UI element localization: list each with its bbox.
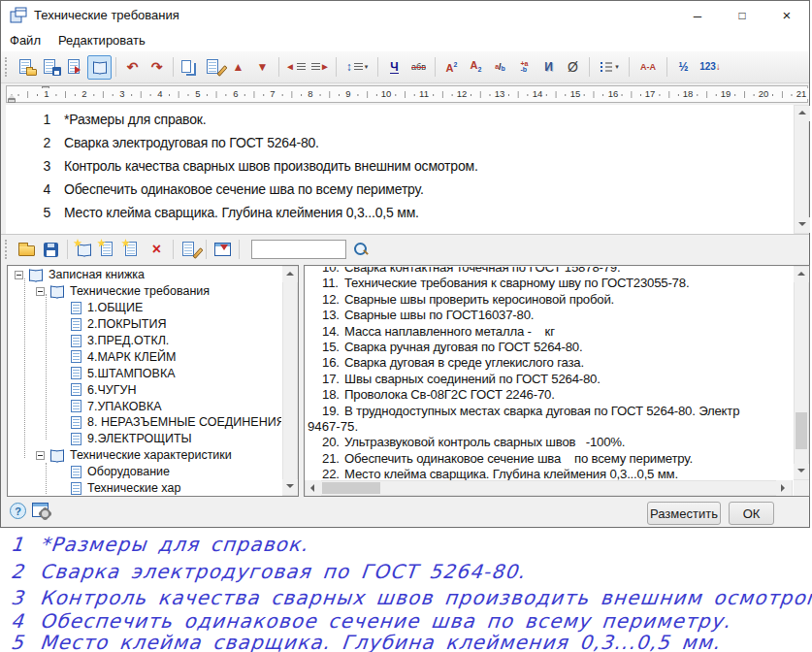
place-to-document-button[interactable] xyxy=(211,238,235,262)
insert-from-file-button[interactable] xyxy=(15,55,39,80)
scroll-right-button[interactable] xyxy=(776,480,792,496)
delete-button[interactable]: × xyxy=(145,238,169,262)
numbering-button[interactable]: 123↓ xyxy=(696,55,725,80)
tree-item-page[interactable]: Оборудование xyxy=(9,464,281,480)
move-down-button[interactable]: ▼ xyxy=(250,55,275,80)
title-bar[interactable]: Технические требования – □ × xyxy=(1,1,809,29)
editor-scrollbar[interactable] xyxy=(794,105,809,234)
tree-item-page[interactable]: 5.ШТАМПОВКА xyxy=(9,365,281,381)
line-spacing-button[interactable]: ↕▾ xyxy=(341,55,374,80)
tree-item-page[interactable]: 1.ОБЩИЕ xyxy=(9,300,281,316)
tree-item-page[interactable]: 6.ЧУГУН xyxy=(9,381,281,398)
insert-text-button[interactable] xyxy=(63,55,87,80)
edit-text-button[interactable] xyxy=(202,55,226,80)
notebook-list[interactable]: 10.Сварка контактная точечная по ГОСТ 15… xyxy=(306,267,793,480)
scroll-up-button[interactable] xyxy=(794,267,809,282)
settings-button[interactable] xyxy=(32,503,49,517)
copy-button[interactable] xyxy=(178,55,202,80)
increase-indent-button[interactable]: ► xyxy=(308,55,332,80)
insert-fragment-button[interactable]: ½ xyxy=(671,55,696,80)
text-editor[interactable]: 1*Размеры для справок. 2Сварка электроду… xyxy=(6,105,794,234)
list-item[interactable]: 20.Ультразвуковой контроль сварных швов … xyxy=(306,435,793,450)
left-indent-box[interactable] xyxy=(8,99,16,103)
list-item[interactable]: 21.Обеспечить одинаковое сечение шва по … xyxy=(306,451,793,467)
list-item[interactable]: 12.Сварные швы проверить керосиновой про… xyxy=(306,292,793,308)
list-item[interactable]: 15.Сварка ручная дуговая по ГОСТ 5264-80… xyxy=(306,340,793,355)
notebook-button[interactable] xyxy=(87,55,112,80)
list-item[interactable]: 13.Сварные швы по ГОСТ16037-80. xyxy=(306,308,793,323)
tree-item-page[interactable]: Технические хар xyxy=(9,480,281,495)
tree-item-notebook[interactable]: Записная книжка xyxy=(9,267,281,283)
scrollbar-thumb[interactable] xyxy=(796,412,807,449)
tree-item-page[interactable]: 8. НЕРАЗЪЕМНЫЕ СОЕДИНЕНИЯ xyxy=(9,414,281,431)
fraction-button[interactable]: a/b xyxy=(488,55,512,80)
menu-file[interactable]: Файл xyxy=(1,30,49,50)
close-button[interactable]: × xyxy=(764,1,809,29)
new-page-button[interactable] xyxy=(120,238,145,262)
list-item-wrap[interactable]: 9467-75. xyxy=(306,419,793,435)
scroll-down-button[interactable] xyxy=(794,464,809,479)
deviation-button[interactable]: +a-b xyxy=(512,55,536,80)
toolbar-grip[interactable] xyxy=(5,240,10,259)
maximize-button[interactable]: □ xyxy=(720,1,764,29)
tree-item-page[interactable]: 4.МАРК КЛЕЙМ xyxy=(9,348,281,365)
decrease-indent-button[interactable]: ◄ xyxy=(283,55,308,80)
editor-line[interactable]: 4Обеспечить одинаковое сечение шва по вс… xyxy=(6,181,794,205)
list-item[interactable]: 10.Сварка контактная точечная по ГОСТ 15… xyxy=(306,267,793,276)
editor-line[interactable]: 3Контроль качества сварных швов производ… xyxy=(6,158,794,181)
place-button[interactable]: Разместить xyxy=(647,502,721,525)
scrollbar-thumb[interactable] xyxy=(322,482,380,494)
save-notebook-button[interactable] xyxy=(39,238,63,262)
editor-line[interactable]: 2Сварка электродуговая по ГОСТ 5264-80. xyxy=(6,135,794,158)
special-symbol-button[interactable]: Ø xyxy=(561,55,585,80)
editor-line[interactable]: 1*Размеры для справок. xyxy=(6,112,794,135)
list-item[interactable]: 14.Масса наплавленного металла - кг xyxy=(306,324,793,340)
list-item[interactable]: 17.Швы сварных соединений по ГОСТ 5264-8… xyxy=(306,372,793,387)
scroll-down-button[interactable] xyxy=(795,217,810,233)
save-to-file-button[interactable] xyxy=(39,55,63,80)
link-button[interactable]: А-А xyxy=(633,55,663,80)
scroll-up-button[interactable] xyxy=(282,267,298,282)
list-item[interactable]: 22.Место клейма сварщика. Глубина клейме… xyxy=(306,467,793,480)
scroll-left-button[interactable] xyxy=(306,480,321,496)
new-notebook-button[interactable] xyxy=(72,238,96,262)
tree-scrollbar[interactable] xyxy=(282,266,298,496)
redo-button[interactable]: ↷ xyxy=(145,55,169,80)
tree-item-page[interactable]: 9.ЭЛЕКТРОЩИТЫ xyxy=(9,431,281,447)
search-icon[interactable] xyxy=(352,241,370,258)
collapse-icon[interactable] xyxy=(36,451,45,460)
ok-button[interactable]: ОК xyxy=(729,502,774,525)
search-input[interactable] xyxy=(251,240,346,259)
scroll-down-button[interactable] xyxy=(282,479,298,495)
tree-item-page[interactable]: 3.ПРЕД.ОТКЛ. xyxy=(9,333,281,349)
help-button[interactable]: ? xyxy=(10,503,26,519)
collapse-icon[interactable] xyxy=(36,287,45,296)
toolbar-grip[interactable] xyxy=(5,57,10,77)
open-notebook-button[interactable] xyxy=(15,238,39,262)
strikethrough-button[interactable]: абв xyxy=(406,55,431,80)
edit-item-button[interactable] xyxy=(178,238,202,262)
undo-button[interactable]: ↶ xyxy=(120,55,145,80)
collapse-icon[interactable] xyxy=(15,271,23,279)
list-item[interactable]: 11.Технические требования к сварному шву… xyxy=(306,276,793,291)
list-item[interactable]: 19.В труднодоступных местах сварка дугов… xyxy=(306,404,793,419)
superscript-button[interactable]: A2 xyxy=(439,55,464,80)
list-horizontal-scrollbar[interactable] xyxy=(305,480,793,496)
tree-item-tech-characteristics[interactable]: Технические характеристики xyxy=(9,447,281,464)
editor-line[interactable]: 5Место клейма сварщика. Глубина клеймени… xyxy=(6,205,794,228)
move-up-button[interactable]: ▲ xyxy=(226,55,250,80)
minimize-button[interactable]: – xyxy=(675,1,720,29)
numbered-list-button[interactable]: ▾ xyxy=(594,55,625,80)
underline-button[interactable]: Ч xyxy=(382,55,406,80)
tree-item-tech-requirements[interactable]: Технические требования xyxy=(9,283,281,300)
new-section-button[interactable] xyxy=(96,238,120,262)
subscript-button[interactable]: A2 xyxy=(464,55,488,80)
menu-edit[interactable]: Редактировать xyxy=(49,30,154,50)
text-template-button[interactable]: И xyxy=(536,55,561,80)
list-item[interactable]: 16.Сварка дуговая в среде углекислого га… xyxy=(306,355,793,371)
list-item[interactable]: 18.Проволока Св-08Г2С ГОСТ 2246-70. xyxy=(306,387,793,403)
list-vertical-scrollbar[interactable] xyxy=(794,266,809,480)
drawing-sheet[interactable]: 1*Размеры для справок. 2Сварка электроду… xyxy=(0,529,812,652)
tree-item-page[interactable]: 2.ПОКРЫТИЯ xyxy=(9,316,281,333)
tree-item-page[interactable]: 7.УПАКОВКА xyxy=(9,398,281,414)
